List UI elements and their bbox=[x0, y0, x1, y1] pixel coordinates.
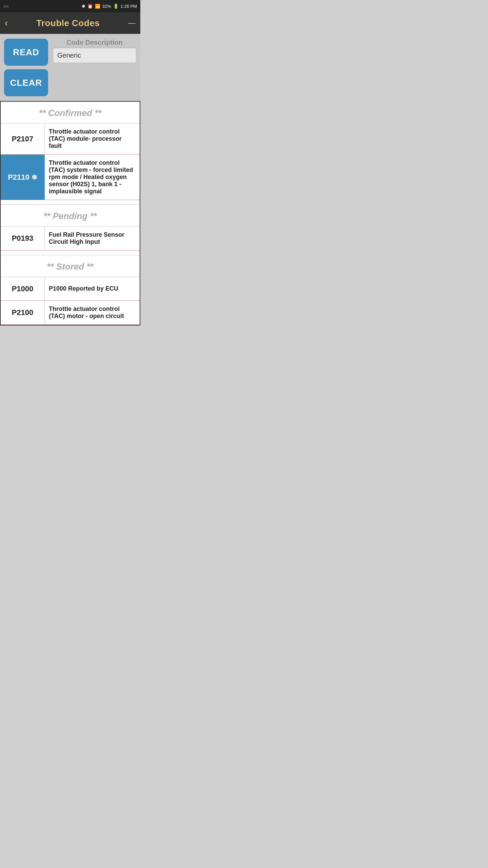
status-left: ○○ bbox=[3, 4, 9, 9]
code-description-area: Code Description bbox=[53, 39, 136, 63]
table-row[interactable]: P1000P1000 Reported by ECU bbox=[1, 277, 140, 301]
description-cell: Throttle actuator control (TAC) system -… bbox=[45, 155, 140, 200]
bluetooth-icon: ✱ bbox=[82, 4, 85, 9]
trouble-code: P2100 bbox=[12, 308, 34, 317]
trouble-code: P2110 bbox=[8, 173, 29, 182]
controls-area: READ CLEAR Code Description bbox=[0, 34, 140, 101]
description-cell: P1000 Reported by ECU bbox=[45, 277, 140, 300]
code-cell-inner: P2110❄ bbox=[8, 173, 37, 182]
code-cell: P2110❄ bbox=[1, 155, 45, 200]
read-button[interactable]: READ bbox=[4, 39, 48, 66]
signal-level: 32% bbox=[102, 4, 111, 9]
code-cell-inner: P2107 bbox=[12, 135, 34, 143]
battery-icon: 🔋 bbox=[113, 4, 119, 9]
table-row[interactable]: P0193Fuel Rail Pressure Sensor Circuit H… bbox=[1, 226, 140, 251]
trouble-codes-content: ** Confirmed **P2107Throttle actuator co… bbox=[0, 101, 140, 326]
alarm-icon: ⏰ bbox=[87, 4, 93, 9]
description-cell: Throttle actuator control (TAC) module- … bbox=[45, 123, 140, 154]
trouble-code: P0193 bbox=[12, 234, 34, 243]
section-spacer bbox=[1, 251, 140, 255]
section-header-confirmed: ** Confirmed ** bbox=[1, 102, 140, 123]
code-description-input[interactable] bbox=[53, 48, 136, 63]
trouble-code: P1000 bbox=[12, 284, 34, 293]
app-header: ‹ Trouble Codes — bbox=[0, 12, 140, 34]
code-cell: P0193 bbox=[1, 226, 45, 250]
description-cell: Throttle actuator control (TAC) motor - … bbox=[45, 301, 140, 324]
code-cell: P1000 bbox=[1, 277, 45, 300]
notification-icon: ○○ bbox=[3, 4, 9, 9]
trouble-code: P2107 bbox=[12, 135, 34, 143]
time-display: 1:26 PM bbox=[121, 4, 137, 9]
table-row[interactable]: P2100Throttle actuator control (TAC) mot… bbox=[1, 301, 140, 325]
code-description-label: Code Description bbox=[53, 39, 136, 46]
code-cell: P2100 bbox=[1, 301, 45, 324]
page-title: Trouble Codes bbox=[36, 18, 100, 28]
table-row[interactable]: P2107Throttle actuator control (TAC) mod… bbox=[1, 123, 140, 155]
snowflake-icon: ❄ bbox=[32, 173, 37, 181]
section-header-stored: ** Stored ** bbox=[1, 255, 140, 277]
clear-button[interactable]: CLEAR bbox=[4, 69, 48, 96]
code-cell-inner: P2100 bbox=[12, 308, 34, 317]
action-buttons: READ CLEAR bbox=[4, 39, 48, 96]
code-cell-inner: P1000 bbox=[12, 284, 34, 293]
table-row[interactable]: P2110❄Throttle actuator control (TAC) sy… bbox=[1, 155, 140, 200]
code-cell-inner: P0193 bbox=[12, 234, 34, 243]
back-button[interactable]: ‹ bbox=[5, 18, 8, 28]
section-spacer bbox=[1, 200, 140, 205]
status-right: ✱ ⏰ 📶 32% 🔋 1:26 PM bbox=[82, 4, 137, 9]
status-bar: ○○ ✱ ⏰ 📶 32% 🔋 1:26 PM bbox=[0, 0, 140, 12]
wifi-icon: 📶 bbox=[95, 4, 100, 9]
section-header-pending: ** Pending ** bbox=[1, 205, 140, 226]
description-cell: Fuel Rail Pressure Sensor Circuit High I… bbox=[45, 226, 140, 250]
menu-button[interactable]: — bbox=[128, 19, 136, 27]
code-cell: P2107 bbox=[1, 123, 45, 154]
